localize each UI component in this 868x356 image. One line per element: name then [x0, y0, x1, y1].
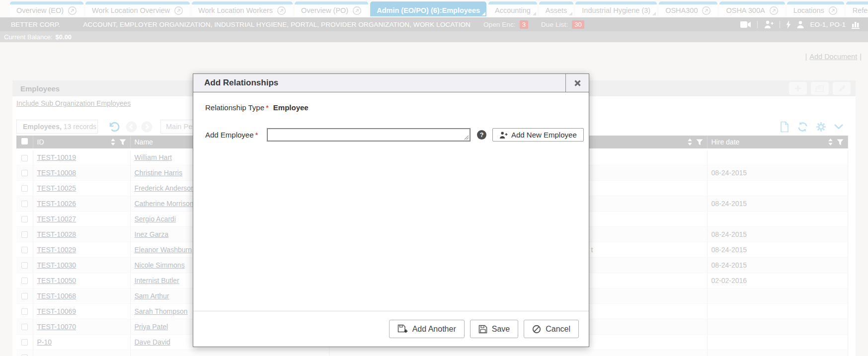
- relationship-type-label: Relationship Type*: [205, 103, 269, 112]
- relationship-type-value: Employee: [273, 103, 309, 112]
- add-employee-input[interactable]: [267, 128, 471, 142]
- modal-title: Add Relationships: [193, 74, 565, 92]
- add-another-button[interactable]: Add Another: [389, 320, 465, 338]
- add-relationships-modal: Add Relationships Relationship Type* Emp…: [193, 73, 589, 347]
- add-new-employee-button[interactable]: Add New Employee: [492, 128, 584, 142]
- close-button[interactable]: [565, 74, 589, 92]
- required-marker: *: [266, 103, 269, 112]
- add-employee-label: Add Employee*: [205, 131, 267, 139]
- save-button[interactable]: Save: [470, 320, 518, 338]
- close-x-icon: [574, 79, 581, 87]
- cancel-slash-icon: [532, 325, 541, 334]
- save-floppy-plus-icon: [397, 324, 408, 334]
- question-help-icon[interactable]: ?: [477, 130, 486, 140]
- cancel-label: Cancel: [546, 325, 570, 334]
- add-another-label: Add Another: [412, 325, 456, 334]
- modal-header: Add Relationships: [193, 74, 589, 92]
- add-employee-row: Add Employee* ? Add New Employee: [205, 128, 589, 142]
- relationship-type-row: Relationship Type* Employee: [205, 103, 589, 112]
- add-new-employee-label: Add New Employee: [511, 131, 577, 139]
- save-label: Save: [492, 325, 510, 334]
- cancel-button[interactable]: Cancel: [524, 320, 579, 338]
- add-employee-input-wrap: [267, 128, 471, 142]
- modal-footer: Add Another Save Cancel: [193, 311, 589, 347]
- save-floppy-icon: [478, 325, 487, 334]
- required-marker: *: [255, 131, 258, 139]
- app-screen: Overview (EO)Work Location OverviewWork …: [0, 0, 868, 356]
- user-add-icon: [499, 132, 508, 139]
